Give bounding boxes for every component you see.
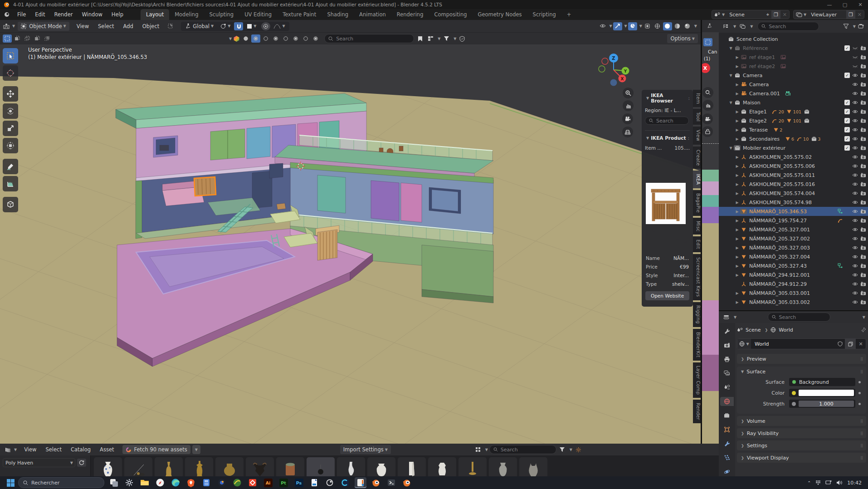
disable-render-toggle[interactable] — [860, 127, 866, 132]
asset-editor-icon[interactable] — [3, 445, 12, 454]
outliner-row[interactable]: ▶Etage120101✓ — [719, 107, 868, 116]
shading-solid-icon[interactable] — [663, 22, 672, 30]
addon-icon[interactable] — [301, 34, 310, 43]
new-collection-icon[interactable] — [857, 22, 866, 30]
taskbar-icon-brave[interactable] — [185, 477, 197, 488]
asset-bar-layout-icon[interactable] — [426, 34, 435, 43]
expand-arrow[interactable]: ▶ — [734, 228, 740, 232]
workspace-tab-layout[interactable]: Layout — [141, 9, 169, 20]
asset-sphere-icon[interactable] — [241, 34, 250, 43]
workspace-tab-scripting[interactable]: Scripting — [527, 9, 561, 20]
outliner-row[interactable]: ▶Terasse2✓ — [719, 125, 868, 134]
hide-viewport-toggle[interactable] — [852, 127, 858, 132]
tray-chevron-icon[interactable]: ⌃ — [807, 480, 811, 485]
expand-arrow[interactable]: ▶ — [734, 237, 740, 241]
hide-viewport-toggle[interactable] — [852, 118, 858, 123]
sidebar-tab-bagapie[interactable]: BagaPie — [693, 190, 701, 216]
properties-tab-tool[interactable] — [720, 327, 734, 336]
expand-arrow[interactable]: ▶ — [734, 128, 740, 132]
mini-pan-hand-button[interactable] — [702, 100, 713, 111]
world-datablock-icon[interactable]: ▼ — [737, 339, 751, 349]
tool-scale[interactable] — [3, 121, 18, 136]
disable-render-toggle[interactable] — [860, 64, 866, 69]
taskbar-icon-active-app[interactable] — [355, 477, 366, 488]
taskbar-icon-obs[interactable] — [324, 477, 336, 488]
hdr-icon[interactable] — [281, 34, 290, 43]
outliner-row[interactable]: ▶ASKHOLMEN_205.575.006 — [719, 161, 868, 171]
clock[interactable]: 10:42 — [847, 480, 862, 486]
sidebar-tab-create[interactable]: Create — [693, 147, 701, 169]
sidebar-tab-misc[interactable]: Misc — [693, 218, 701, 235]
hide-viewport-toggle[interactable] — [852, 154, 858, 160]
world-name-field[interactable]: World — [751, 341, 835, 347]
scene-selector[interactable]: ▼ Scene ⌖ ❐ ✕ — [712, 10, 790, 19]
asset-settings-gear-icon[interactable] — [574, 445, 583, 454]
tray-display-icon[interactable] — [825, 480, 832, 485]
properties-tab-particles[interactable] — [720, 453, 734, 462]
expand-arrow[interactable]: ▶ — [734, 219, 740, 223]
menu-render[interactable]: Render — [50, 9, 78, 20]
exclude-checkbox[interactable]: ✓ — [844, 100, 850, 105]
overlays-icon[interactable] — [628, 22, 637, 30]
disable-render-toggle[interactable] — [860, 118, 866, 123]
item-value[interactable]: 105.... — [675, 145, 690, 151]
add-workspace-button[interactable]: + — [561, 9, 577, 20]
disable-render-toggle[interactable] — [860, 236, 866, 241]
tray-widgets-icon[interactable] — [815, 480, 821, 485]
validation-shield-icon[interactable] — [458, 34, 467, 43]
scene-name[interactable]: Scene — [727, 10, 764, 19]
shading-rendered-icon[interactable] — [683, 22, 692, 30]
close-button[interactable]: ✕ — [853, 0, 868, 9]
expand-arrow[interactable]: ▶ — [734, 92, 740, 96]
expand-arrow[interactable]: ▶ — [734, 255, 740, 259]
taskbar-icon-libreoffice[interactable] — [308, 477, 320, 488]
bookmark-icon[interactable] — [415, 34, 424, 43]
tool-rotate[interactable] — [3, 103, 18, 119]
hide-viewport-toggle[interactable] — [852, 227, 858, 232]
preview-panel-header[interactable]: ❯Preview⣿ — [737, 354, 866, 364]
panel-viewport-display[interactable]: ❯Viewport Display⣿ — [737, 453, 866, 463]
hide-viewport-toggle[interactable] — [852, 109, 858, 114]
navigation-gizmo[interactable]: Z Y X — [598, 48, 632, 89]
shading-material-icon[interactable] — [673, 22, 682, 30]
outliner-row[interactable]: ▶ASKHOLMEN_205.575.016 — [719, 180, 868, 189]
ikea-search-input[interactable]: Search — [645, 117, 689, 125]
expand-arrow[interactable]: ▼ — [728, 101, 734, 105]
disable-render-toggle[interactable] — [860, 109, 866, 114]
sidebar-tab-rigging[interactable]: Rigging — [693, 302, 701, 327]
refresh-library-icon[interactable] — [77, 459, 86, 467]
copy-datablock-icon[interactable] — [845, 339, 856, 349]
disable-render-toggle[interactable] — [860, 154, 866, 160]
outliner-search-input[interactable]: Search — [757, 22, 819, 31]
viewlayer-icon[interactable]: ▼ — [794, 10, 809, 19]
outliner-row[interactable]: ▶ASKHOLMEN_305.574.98 — [719, 198, 868, 207]
secondary-viewport[interactable]: Can (1) X — [702, 20, 719, 444]
addon-search-input[interactable]: Search — [324, 34, 414, 43]
filter-funnel-icon[interactable] — [442, 34, 451, 43]
expand-arrow[interactable]: ▶ — [734, 64, 740, 68]
disable-render-toggle[interactable] — [860, 209, 866, 214]
asset-menu-select[interactable]: Select — [41, 446, 66, 453]
outliner-row[interactable]: ▶NÄMMARÖ_105.346.53 — [719, 207, 868, 216]
pin-icon[interactable]: ⌖ — [764, 10, 771, 19]
expand-arrow[interactable]: ▶ — [734, 191, 740, 196]
properties-tab-view-layer[interactable] — [720, 369, 734, 378]
blenderkit-logo-icon[interactable] — [233, 35, 240, 42]
start-button[interactable] — [5, 477, 16, 488]
select-invert-icon[interactable] — [33, 34, 42, 43]
hide-viewport-toggle[interactable] — [852, 245, 858, 250]
hide-viewport-toggle[interactable] — [852, 263, 858, 269]
exclude-checkbox[interactable]: ✓ — [844, 45, 850, 51]
display-size-icon[interactable] — [473, 445, 483, 454]
outliner-row[interactable]: Scene Collection — [719, 34, 868, 44]
tray-speaker-icon[interactable] — [836, 480, 843, 485]
outliner-row[interactable]: ▼Camera✓ — [719, 71, 868, 80]
expand-arrow[interactable]: ▶ — [734, 273, 740, 277]
hide-viewport-toggle[interactable] — [852, 218, 858, 223]
workspace-tab-sculpting[interactable]: Sculpting — [204, 9, 239, 20]
outliner-row[interactable]: ▶ASKHOLMEN_305.574.004 — [719, 189, 868, 198]
hide-viewport-toggle[interactable] — [852, 236, 858, 241]
hide-viewport-toggle[interactable] — [852, 299, 858, 305]
outliner-row[interactable]: ▶NÄMMARÖ_195.754.27 — [719, 216, 868, 225]
properties-tab-physics[interactable] — [720, 467, 734, 476]
